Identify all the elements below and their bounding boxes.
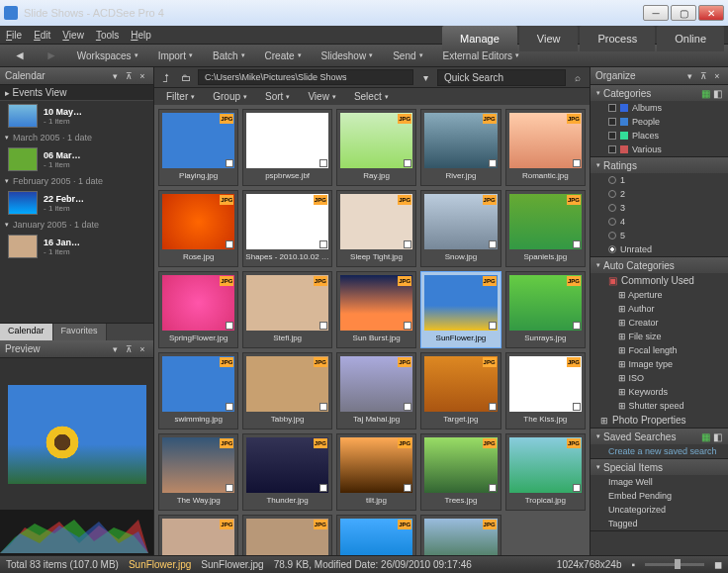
tool-icon[interactable]: ◧ (713, 431, 722, 442)
zoom-out-icon[interactable]: ▪ (631, 559, 635, 570)
thumbnail[interactable]: JPGswimming.jpg (158, 352, 238, 430)
filter-select[interactable]: Select ▾ (346, 88, 397, 105)
nav-back-button[interactable]: ◄ (6, 46, 34, 65)
close-button[interactable]: ✕ (698, 5, 724, 21)
panel-menu-icon[interactable]: ▾ (683, 70, 695, 82)
thumbnail[interactable]: JPGSnow.jpg (420, 190, 500, 267)
panel-close-icon[interactable]: × (136, 343, 148, 355)
calendar-group[interactable]: ▾March 2005 · 1 date (0, 131, 153, 144)
thumbnail[interactable]: JPGStefi.jpg (242, 271, 332, 348)
rating-item[interactable]: 5 (591, 229, 728, 242)
mode-tab-view[interactable]: View (519, 26, 579, 51)
calendar-group[interactable]: ▾February 2005 · 1 date (0, 174, 153, 188)
filter-view[interactable]: View ▾ (300, 88, 344, 105)
auto-category-item[interactable]: ⊞ Shutter speed (591, 399, 728, 413)
rating-item[interactable]: 3 (591, 201, 728, 215)
thumbnail[interactable]: JPGThe Kiss.jpg (505, 352, 586, 430)
thumbnail[interactable]: JPGSun Burst.jpg (336, 271, 416, 348)
thumbnail[interactable]: JPGTabby.jpg (242, 352, 332, 430)
special-items-header[interactable]: ▾Special Items (591, 459, 728, 475)
thumbnail[interactable]: JPGRomantic.jpg (505, 109, 586, 186)
thumbnail[interactable]: JPGSpaniels.jpg (505, 190, 586, 267)
add-search-icon[interactable]: ▦ (701, 431, 710, 442)
new-search-link[interactable]: Create a new saved search (591, 444, 728, 458)
thumbnail[interactable]: pspbrwse.jbf (242, 109, 332, 186)
thumbnail[interactable]: JPGThunder.jpg (242, 433, 332, 511)
calendar-event[interactable]: 22 Febr…- 1 item (0, 188, 153, 218)
calendar-event[interactable]: 16 Jan…- 1 item (0, 232, 153, 261)
thumbnail[interactable]: JPGPlaying.jpg (158, 109, 238, 186)
commonly-used-item[interactable]: ▣Commonly Used (591, 273, 728, 288)
calendar-group[interactable]: ▾January 2005 · 1 date (0, 218, 153, 232)
preview-image[interactable] (0, 358, 153, 510)
maximize-button[interactable]: ▢ (671, 5, 696, 21)
auto-category-item[interactable]: ⊞ Keywords (591, 385, 728, 399)
minimize-button[interactable]: ─ (643, 5, 669, 21)
panel-menu-icon[interactable]: ▾ (109, 343, 121, 355)
thumbnail[interactable]: JPGSunFlower.jpg (420, 271, 500, 348)
category-item[interactable]: Albums (591, 101, 728, 115)
rating-item[interactable]: 4 (591, 215, 728, 229)
thumbnail[interactable]: JPGRose.jpg (158, 190, 238, 267)
panel-pin-icon[interactable]: ⊼ (123, 343, 135, 355)
menu-tools[interactable]: Tools (96, 30, 119, 41)
auto-category-item[interactable]: ⊞ File size (591, 330, 728, 343)
photo-properties-item[interactable]: ⊞ Photo Properties (591, 413, 728, 428)
filter-group[interactable]: Group ▾ (205, 88, 255, 105)
rating-item[interactable]: 2 (591, 187, 728, 201)
thumbnail[interactable]: JPGtilt.jpg (336, 433, 416, 511)
rating-unrated[interactable]: Unrated (591, 242, 728, 256)
add-icon[interactable]: ▦ (701, 88, 710, 99)
tab-favorites[interactable]: Favorites (53, 324, 107, 340)
toolbar-send[interactable]: Send ▾ (385, 48, 430, 64)
thumbnail[interactable]: JPGWedding 1.jpg (420, 515, 500, 555)
mode-tab-process[interactable]: Process (580, 26, 655, 51)
thumbnail[interactable]: JPGUp.jpg (336, 515, 416, 555)
panel-pin-icon[interactable]: ⊼ (123, 70, 135, 82)
saved-searches-header[interactable]: ▾Saved Searches▦ ◧ (591, 429, 728, 444)
events-view-header[interactable]: ▸ Events View (0, 85, 153, 101)
toolbar-batch[interactable]: Batch ▾ (205, 48, 253, 64)
menu-view[interactable]: View (62, 30, 84, 41)
special-item[interactable]: Image Well (591, 475, 728, 489)
thumbnail[interactable]: JPGTropical.jpg (505, 433, 586, 511)
folder-up-icon[interactable]: ⮥ (158, 69, 174, 85)
special-item[interactable]: Uncategorized (591, 503, 728, 517)
thumbnail[interactable]: JPGSpringFlower.jpg (158, 271, 238, 348)
panel-menu-icon[interactable]: ▾ (109, 70, 121, 82)
toolbar-slideshow[interactable]: Slideshow ▾ (314, 48, 382, 64)
panel-pin-icon[interactable]: ⊼ (697, 70, 709, 82)
thumbnail[interactable]: JPGTaj Mahal.jpg (336, 352, 416, 430)
calendar-event[interactable]: 10 May…- 1 item (0, 101, 153, 131)
preview-panel-header[interactable]: Preview ▾ ⊼ × (0, 340, 153, 358)
thumbnail[interactable]: JPGRay.jpg (336, 109, 416, 186)
thumbnail[interactable]: JPGRiver.jpg (420, 109, 500, 186)
tab-calendar[interactable]: Calendar (0, 324, 53, 340)
auto-category-item[interactable]: ⊞ Image type (591, 357, 728, 371)
auto-categories-header[interactable]: ▾Auto Categories (591, 257, 728, 273)
tool-icon[interactable]: ◧ (713, 88, 722, 99)
menu-help[interactable]: Help (131, 30, 151, 41)
thumbnail[interactable]: JPGThe Way.jpg (158, 433, 238, 511)
path-field[interactable]: C:\Users\Mike\Pictures\Slide Shows (198, 69, 413, 85)
filter-filter[interactable]: Filter ▾ (158, 88, 203, 105)
auto-category-item[interactable]: ⊞ ISO (591, 371, 728, 385)
ratings-header[interactable]: ▾Ratings (591, 157, 728, 173)
toolbar-workspaces[interactable]: Workspaces ▾ (69, 48, 146, 64)
category-item[interactable]: Various (591, 143, 728, 156)
panel-close-icon[interactable]: × (711, 70, 723, 82)
auto-category-item[interactable]: ⊞ Aperture (591, 288, 728, 302)
folder-icon[interactable]: 🗀 (178, 69, 194, 85)
category-item[interactable]: Places (591, 129, 728, 143)
calendar-event[interactable]: 06 Mar…- 1 item (0, 144, 153, 174)
thumbnail[interactable]: JPGTarget.jpg (420, 352, 500, 430)
path-dropdown-icon[interactable]: ▾ (417, 69, 433, 85)
auto-category-item[interactable]: ⊞ Creator (591, 316, 728, 330)
thumbnail[interactable]: JPGtwins.jpg (158, 515, 238, 555)
zoom-slider[interactable] (645, 563, 704, 566)
thumbnail[interactable]: JPGSleep Tight.jpg (336, 190, 416, 267)
mode-tab-manage[interactable]: Manage (442, 26, 517, 51)
auto-category-item[interactable]: ⊞ Author (591, 302, 728, 316)
toolbar-import[interactable]: Import ▾ (150, 48, 201, 64)
mode-tab-online[interactable]: Online (657, 26, 724, 51)
